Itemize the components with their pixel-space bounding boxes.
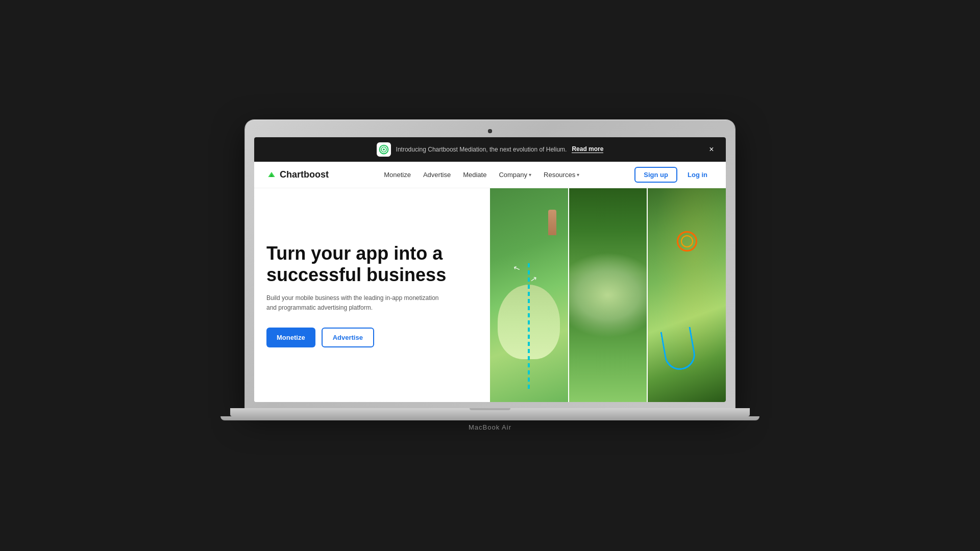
golf-screenshot-2 (569, 188, 647, 403)
announcement-icon (377, 142, 391, 157)
hero-content: Turn your app into a successful business… (254, 188, 490, 403)
logo[interactable]: Chartboost (266, 169, 329, 180)
hero-cta-group: Monetize Advertise (266, 328, 478, 347)
macbook-laptop: Introducing Chartboost Mediation, the ne… (245, 120, 735, 432)
nav-advertise[interactable]: Advertise (423, 171, 451, 179)
laptop-screen: Introducing Chartboost Mediation, the ne… (254, 137, 726, 403)
hero-image-collage: ↖ ↗ (490, 188, 726, 403)
hero-subtext: Build your mobile business with the lead… (266, 293, 440, 313)
signup-button[interactable]: Sign up (634, 167, 677, 183)
nav-monetize[interactable]: Monetize (384, 171, 411, 179)
screen-bezel: Introducing Chartboost Mediation, the ne… (245, 120, 735, 409)
hero-headline: Turn your app into a successful business (266, 243, 478, 285)
laptop-model-label: MacBook Air (469, 423, 511, 431)
hero-section: Turn your app into a successful business… (254, 188, 726, 403)
announcement-close-button[interactable]: × (705, 143, 718, 156)
cursor-arrow-2-icon: ↗ (530, 273, 538, 284)
blue-arc-icon (660, 327, 697, 372)
hero-image-col-2 (569, 188, 647, 403)
golf-screenshot-1: ↖ ↗ (490, 188, 568, 403)
cursor-arrow-icon: ↖ (512, 262, 522, 273)
nav-actions: Sign up Log in (634, 167, 714, 183)
logo-text: Chartboost (280, 169, 329, 180)
navbar: Chartboost Monetize Advertise Mediate (254, 162, 726, 188)
target-reticle-icon (677, 231, 697, 252)
hero-image-col-3 (648, 188, 726, 403)
golfer-illustration (548, 210, 556, 235)
chevron-down-icon: ▾ (577, 172, 579, 178)
monetize-button[interactable]: Monetize (266, 328, 315, 347)
nav-mediate[interactable]: Mediate (463, 171, 486, 179)
announcement-read-more-link[interactable]: Read more (572, 145, 603, 153)
hero-image-col-1: ↖ ↗ (490, 188, 568, 403)
laptop-base (230, 408, 750, 416)
nav-resources[interactable]: Resources ▾ (544, 171, 579, 179)
nav-company[interactable]: Company ▾ (499, 171, 531, 179)
svg-point-2 (382, 148, 384, 151)
nav-links: Monetize Advertise Mediate Company ▾ (384, 171, 579, 179)
golf-screenshot-3 (648, 188, 726, 403)
advertise-button[interactable]: Advertise (322, 328, 374, 347)
laptop-foot (220, 416, 760, 420)
webcam (488, 129, 492, 133)
chevron-down-icon: ▾ (529, 172, 531, 178)
login-button[interactable]: Log in (681, 168, 714, 182)
announcement-bar: Introducing Chartboost Mediation, the ne… (254, 137, 726, 162)
announcement-text: Introducing Chartboost Mediation, the ne… (396, 146, 567, 153)
website: Introducing Chartboost Mediation, the ne… (254, 137, 726, 403)
